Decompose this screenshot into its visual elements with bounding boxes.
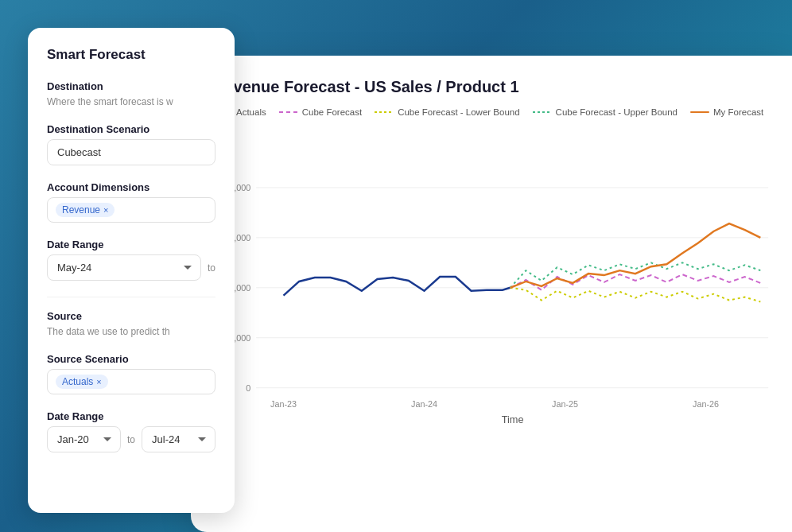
source-date-range-label: Date Range [47,410,215,422]
account-dimensions-section: Account Dimensions Revenue × [47,181,215,223]
source-section: Source The data we use to predict th [47,310,215,337]
source-tag[interactable]: Actuals × [56,375,108,389]
destination-date-range-row: May-24 to [47,254,215,281]
legend-actuals-label: Actuals [236,107,266,117]
destination-section: Destination Where the smart forecast is … [47,80,215,107]
destination-date-from-select[interactable]: May-24 [47,254,201,281]
source-scenario-label: Source Scenario [47,353,215,365]
source-date-to-label: to [127,434,135,445]
cube-lower-line [511,288,761,302]
legend-cube-upper-line [533,111,552,113]
panel-title: Smart Forecast [47,47,215,63]
source-date-to-select[interactable]: Jul-24 [142,426,215,452]
legend-cube-forecast-line [279,111,298,113]
source-label: Source [47,310,215,322]
chart-title: Revenue Forecast - US Sales / Product 1 [213,78,776,96]
destination-scenario-input[interactable] [47,139,215,165]
chart-legend: Actuals Cube Forecast Cube Forecast - Lo… [213,107,776,117]
destination-desc: Where the smart forecast is w [47,96,215,107]
destination-scenario-section: Destination Scenario [47,123,215,165]
destination-date-to-label: to [208,262,215,274]
source-date-from-select[interactable]: Jan-20 [47,426,121,452]
destination-scenario-label: Destination Scenario [47,123,215,135]
destination-date-range-label: Date Range [47,239,215,250]
legend-cube-upper: Cube Forecast - Upper Bound [533,107,677,117]
account-tag[interactable]: Revenue × [56,203,115,217]
source-date-range-row: Jan-20 to Jul-24 [47,426,215,452]
x-label-jan25: Jan-25 [552,399,578,409]
legend-cube-lower: Cube Forecast - Lower Bound [375,107,519,117]
source-date-range-section: Date Range Jan-20 to Jul-24 [47,410,215,452]
destination-date-range-section: Date Range May-24 to [47,239,215,281]
legend-cube-lower-line [375,111,394,113]
source-desc: The data we use to predict th [47,326,215,337]
y-label-0: 0 [246,383,250,393]
source-scenario-section: Source Scenario Actuals × [47,353,215,394]
actuals-line [284,277,511,296]
left-panel: Smart Forecast Destination Where the sma… [28,28,235,513]
legend-cube-upper-label: Cube Forecast - Upper Bound [556,107,677,117]
x-label-jan23: Jan-23 [270,399,297,409]
account-dimensions-input[interactable]: Revenue × [47,197,215,223]
chart-area: 0 5,000 10,000 15,000 20,000 Jan-23 Jan-… [213,131,776,425]
legend-my-forecast: My Forecast [690,107,763,117]
legend-my-forecast-line [690,111,709,113]
legend-cube-forecast-label: Cube Forecast [302,107,362,117]
legend-cube-forecast: Cube Forecast [279,107,362,117]
x-label-jan24: Jan-24 [411,399,437,409]
my-forecast-line [511,223,761,288]
source-tag-close[interactable]: × [96,377,101,386]
chart-svg: 0 5,000 10,000 15,000 20,000 Jan-23 Jan-… [213,131,776,425]
source-scenario-input[interactable]: Actuals × [47,369,215,394]
account-tag-close[interactable]: × [103,205,108,215]
x-axis-title: Time [502,414,524,425]
destination-label: Destination [47,80,215,92]
legend-cube-lower-label: Cube Forecast - Lower Bound [398,107,519,117]
legend-my-forecast-label: My Forecast [713,107,763,117]
chart-panel: Revenue Forecast - US Sales / Product 1 … [191,56,792,532]
divider [47,297,215,297]
account-dimensions-label: Account Dimensions [47,181,215,193]
x-label-jan26: Jan-26 [693,399,719,409]
